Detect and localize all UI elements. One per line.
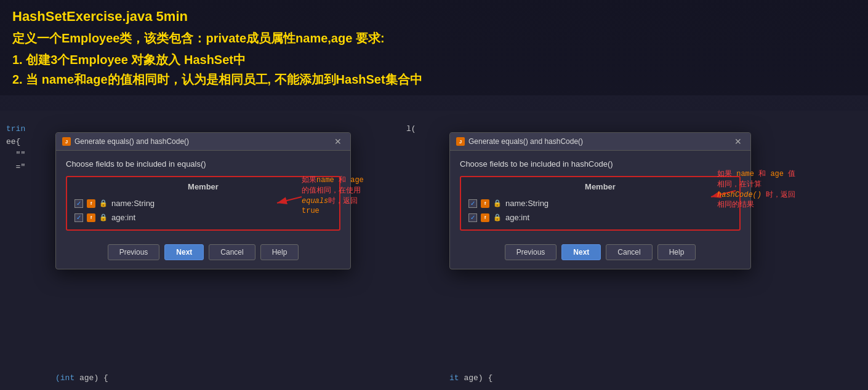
field-name-left: name:String — [111, 199, 155, 208]
field-row-age-right: ✓ f 🔒 age:int — [467, 210, 733, 225]
dialog-right-title: Generate equals() and hashCode() — [468, 137, 583, 146]
field-type-icon-name-left: f — [87, 199, 95, 208]
dialog-right-member-header: Member — [467, 182, 733, 191]
dialog-left-footer: Previous Next Cancel Help — [56, 237, 350, 269]
header-section: HashSetExercise.java 5min 定义一个Employee类，… — [0, 0, 868, 95]
svg-line-0 — [277, 197, 302, 203]
code-right: l( — [406, 123, 416, 136]
annotation-left-text: 如果name 和 age的值相同，在使用equals时，返回true — [302, 175, 397, 217]
dialog-right-titlebar: J Generate equals() and hashCode() ✕ — [450, 133, 750, 151]
header-body2: 2. 当 name和age的值相同时，认为是相同员工, 不能添加到HashSet… — [12, 70, 856, 89]
field-type-icon-name-right: f — [481, 199, 489, 208]
dialog-left-icon: J — [62, 137, 71, 146]
field-checkbox-age-right[interactable]: ✓ — [468, 213, 477, 222]
code-bottom-right: it age) { — [449, 373, 492, 383]
field-checkbox-name-right[interactable]: ✓ — [468, 199, 477, 208]
code-left: trin ee{ "" =" — [6, 123, 25, 174]
dialog-right-fields-box: Member ✓ f 🔒 name:String ✓ f 🔒 age:int — [460, 176, 741, 231]
dialog-right-cancel-button[interactable]: Cancel — [606, 244, 652, 260]
field-name-right: name:String — [505, 199, 549, 208]
field-row-name-right: ✓ f 🔒 name:String — [467, 196, 733, 210]
dialog-left-title: Generate equals() and hashCode() — [74, 137, 189, 146]
header-subtitle: 定义一个Employee类，该类包含：private成员属性name,age 要… — [12, 29, 856, 47]
dialog-left-cancel-button[interactable]: Cancel — [209, 244, 255, 260]
field-checkbox-name-left[interactable]: ✓ — [74, 199, 83, 208]
field-lock-age-right: 🔒 — [493, 213, 502, 221]
field-type-icon-age-right: f — [481, 213, 489, 222]
field-age-left: age:int — [111, 213, 135, 222]
dialog-right-question: Choose fields to be included in hashCode… — [460, 159, 741, 169]
annotation-right-text: 如果 name 和 age 值相同，在计算hashCode() 时，返回相同的结… — [717, 169, 837, 210]
arrow-left-icon — [271, 191, 305, 215]
dialog-equals-titlebar: J Generate equals() and hashCode() ✕ — [56, 133, 350, 151]
dialog-left-previous-button[interactable]: Previous — [108, 244, 160, 260]
field-type-icon-age-left: f — [87, 213, 95, 222]
field-lock-name-left: 🔒 — [99, 199, 108, 207]
field-checkbox-age-left[interactable]: ✓ — [74, 213, 83, 222]
code-bottom-left: (int age) { — [55, 373, 108, 383]
dialog-left-help-button[interactable]: Help — [260, 244, 299, 260]
field-age-right: age:int — [505, 213, 529, 222]
dialog-right-next-button[interactable]: Next — [561, 244, 601, 260]
dialog-left-close-button[interactable]: ✕ — [332, 137, 344, 146]
header-body1: 1. 创建3个Employee 对象放入 HashSet中 — [12, 50, 856, 70]
dialog-left-member-header: Member — [73, 182, 333, 191]
header-title: HashSetExercise.java 5min — [12, 7, 856, 26]
dialog-right-previous-button[interactable]: Previous — [505, 244, 557, 260]
dialog-right-footer: Previous Next Cancel Help — [450, 237, 750, 269]
dialog-left-next-button[interactable]: Next — [164, 244, 204, 260]
field-lock-name-right: 🔒 — [493, 199, 502, 207]
dialog-right-help-button[interactable]: Help — [657, 244, 696, 260]
dialog-right-icon: J — [456, 137, 465, 146]
dialog-right-close-button[interactable]: ✕ — [732, 137, 744, 146]
field-lock-age-left: 🔒 — [99, 213, 108, 221]
dialog-left-question: Choose fields to be included in equals() — [66, 159, 340, 169]
